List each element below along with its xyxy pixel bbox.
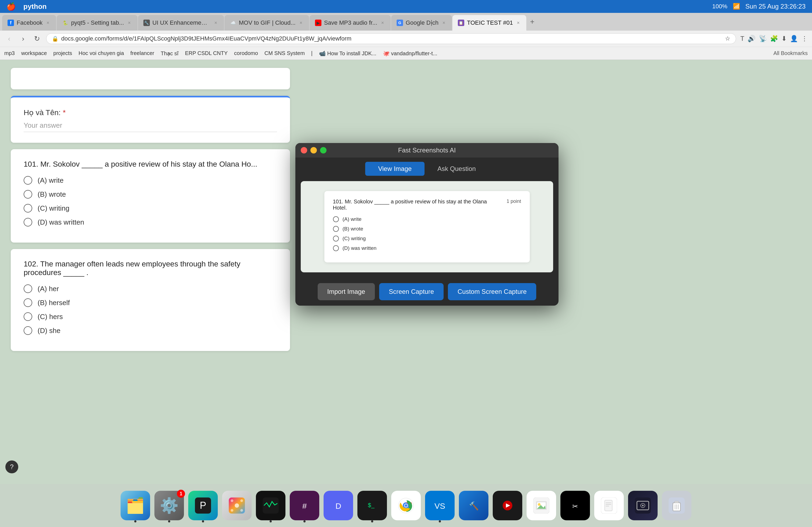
- bookmark-freelancer[interactable]: freelancer: [130, 50, 155, 56]
- dock-quicktime[interactable]: [493, 491, 522, 520]
- app-name[interactable]: python: [23, 2, 47, 11]
- svg-text:VS: VS: [434, 501, 445, 510]
- dock-discord[interactable]: D: [323, 491, 353, 520]
- bookmark-cmsns[interactable]: CM SNS System: [264, 50, 305, 56]
- close-button[interactable]: [301, 147, 307, 153]
- bookmark-thacsi[interactable]: Thạc sĩ: [161, 50, 178, 57]
- svg-point-6: [231, 509, 233, 512]
- dock-chrome[interactable]: [391, 491, 421, 520]
- radio-101-d[interactable]: [24, 218, 32, 226]
- option-101-a[interactable]: (A) write: [24, 176, 277, 185]
- cast-icon[interactable]: 📡: [759, 35, 767, 42]
- tab-uiux[interactable]: 🔧 UI UX Enhancement... ×: [138, 15, 224, 31]
- tab-toeic[interactable]: 📋 TOEIC TEST #01 ×: [452, 15, 526, 31]
- bookmark-corodomo[interactable]: corodomo: [234, 50, 258, 56]
- svg-text:P: P: [200, 500, 206, 511]
- option-101-c[interactable]: (C) writing: [24, 204, 277, 212]
- radio-102-a[interactable]: [24, 284, 32, 293]
- dock-launchpad[interactable]: [222, 491, 251, 520]
- profile-icon[interactable]: 👤: [790, 35, 798, 42]
- option-101-b[interactable]: (B) wrote: [24, 190, 277, 199]
- tab-pyqt5[interactable]: 🐍 pyqt5 - Setting tab... ×: [57, 15, 137, 31]
- option-102-c[interactable]: (C) hers: [24, 312, 277, 321]
- required-star: *: [63, 108, 66, 117]
- dock-slack[interactable]: #: [290, 491, 319, 520]
- tab-close-facebook[interactable]: ×: [45, 20, 51, 26]
- dialog-title: Fast Screenshots AI: [398, 147, 456, 154]
- tab-googledich[interactable]: G Google Dịch ×: [391, 15, 452, 31]
- dock-screenshot[interactable]: [628, 491, 657, 520]
- extension-icon[interactable]: 🧩: [770, 35, 778, 42]
- custom-screen-capture-button[interactable]: Custom Screen Capture: [448, 283, 536, 300]
- tab-close-pyqt5[interactable]: ×: [127, 20, 132, 26]
- radio-102-c[interactable]: [24, 312, 32, 321]
- tab-movgif[interactable]: ☁️ MOV to GIF | Cloud... ×: [224, 15, 309, 31]
- all-bookmarks-link[interactable]: All Bookmarks: [773, 50, 808, 56]
- dock-xcode[interactable]: 🔨: [459, 491, 489, 520]
- back-button[interactable]: ‹: [4, 35, 14, 43]
- name-input[interactable]: Your answer: [24, 121, 277, 132]
- bookmark-workspace[interactable]: workspace: [21, 50, 47, 56]
- dock-preview[interactable]: [526, 491, 556, 520]
- dock-terminal[interactable]: $_: [358, 491, 387, 520]
- tab-close-toeic[interactable]: ×: [516, 20, 521, 26]
- radio-101-b[interactable]: [24, 190, 32, 199]
- bookmark-hocvoi[interactable]: Hoc voi chuyen gia: [79, 50, 124, 56]
- tab-close-movgif[interactable]: ×: [298, 20, 304, 26]
- url-bar[interactable]: 🔒 docs.google.com/forms/d/e/1FAIpQLScogN…: [46, 33, 736, 44]
- address-icons: T 🔊 📡 🧩 ⬇ 👤 ⋮: [740, 35, 808, 42]
- screen-capture-button[interactable]: Screen Capture: [379, 283, 444, 300]
- dock-trash[interactable]: [662, 491, 692, 520]
- tab-close-savemp3[interactable]: ×: [380, 20, 385, 26]
- minimize-button[interactable]: [310, 147, 317, 153]
- option-label-101-d: (D) was written: [38, 218, 84, 226]
- address-bar: ‹ › ↻ 🔒 docs.google.com/forms/d/e/1FAIpQ…: [0, 31, 812, 47]
- maximize-button[interactable]: [320, 147, 327, 153]
- dock-activity[interactable]: [256, 491, 286, 520]
- download-icon[interactable]: ⬇: [781, 35, 787, 42]
- import-image-button[interactable]: Import Image: [318, 283, 375, 300]
- tab-facebook[interactable]: f Facebook ×: [2, 15, 56, 31]
- bookmark-erp[interactable]: ERP CSDL CNTY: [185, 50, 228, 56]
- tab-close-googledich[interactable]: ×: [441, 20, 447, 26]
- svg-point-4: [231, 499, 233, 502]
- bookmark-projects[interactable]: projects: [54, 50, 72, 56]
- dock-finder[interactable]: 🗂️: [120, 491, 150, 520]
- radio-101-a[interactable]: [24, 176, 32, 185]
- option-label-101-b: (B) wrote: [38, 190, 66, 199]
- favicon-uiux: 🔧: [143, 19, 150, 26]
- preview-points: 1 point: [506, 199, 521, 204]
- accessibility-button[interactable]: ?: [5, 461, 18, 473]
- option-102-d[interactable]: (D) she: [24, 326, 277, 335]
- new-tab-button[interactable]: +: [527, 15, 538, 28]
- bookmark-mp3[interactable]: mp3: [4, 50, 15, 56]
- radio-101-c[interactable]: [24, 204, 32, 212]
- audio-icon[interactable]: 🔊: [748, 35, 756, 42]
- tab-ask-question[interactable]: Ask Question: [424, 162, 489, 176]
- option-101-d[interactable]: (D) was written: [24, 218, 277, 226]
- dock-vscode[interactable]: VS: [425, 491, 454, 520]
- content-wrapper: Họ và Tên: * Your answer 101. Mr. Sokolo…: [0, 60, 812, 490]
- bookmark-github[interactable]: 🐙 vandadnp/flutter-t...: [383, 50, 437, 57]
- dock-capcut[interactable]: ✂: [561, 491, 590, 520]
- apple-menu[interactable]: 🍎: [6, 2, 16, 11]
- tab-view-image[interactable]: View Image: [365, 162, 424, 176]
- preview-option-a: (A) write: [333, 216, 521, 222]
- radio-102-b[interactable]: [24, 298, 32, 307]
- menu-icon[interactable]: ⋮: [801, 35, 808, 42]
- tab-savemp3[interactable]: ▶ Save MP3 audio fr... ×: [309, 15, 391, 31]
- dock-file[interactable]: [594, 491, 624, 520]
- tab-label-savemp3: Save MP3 audio fr...: [324, 19, 377, 26]
- dock-pycharm[interactable]: P: [188, 491, 218, 520]
- option-102-a[interactable]: (A) her: [24, 284, 277, 293]
- star-icon[interactable]: ☆: [725, 35, 730, 42]
- preview-radio-b: [333, 226, 339, 232]
- bookmark-howto[interactable]: 📹 How To install JDK...: [319, 50, 376, 57]
- tab-close-uiux[interactable]: ×: [213, 20, 219, 26]
- dock-settings[interactable]: ⚙️ 1: [155, 491, 184, 520]
- forward-button[interactable]: ›: [18, 35, 28, 43]
- option-102-b[interactable]: (B) herself: [24, 298, 277, 307]
- translate-icon[interactable]: T: [740, 35, 744, 42]
- radio-102-d[interactable]: [24, 326, 32, 335]
- refresh-button[interactable]: ↻: [32, 35, 42, 43]
